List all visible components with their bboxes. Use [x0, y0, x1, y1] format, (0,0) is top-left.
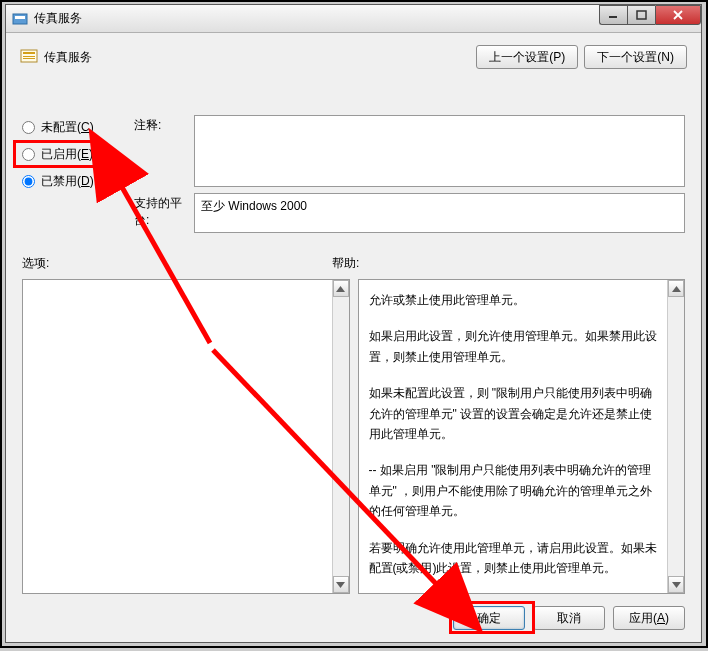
scroll-up-icon[interactable] [668, 280, 684, 297]
titlebar[interactable]: 传真服务 [6, 5, 701, 33]
scroll-down-icon[interactable] [668, 576, 684, 593]
comment-input[interactable] [194, 115, 685, 187]
help-p3: 如果未配置此设置，则 "限制用户只能使用列表中明确允许的管理单元" 设置的设置会… [369, 383, 661, 444]
help-text: 允许或禁止使用此管理单元。 如果启用此设置，则允许使用管理单元。如果禁用此设置，… [359, 280, 685, 594]
radio-enabled[interactable]: 已启用(E) [22, 146, 94, 163]
dialog-window: 传真服务 传真服务 上一个设置(P) 下一个设置(N) 未配置(C) [5, 4, 702, 643]
minimize-button[interactable] [599, 5, 627, 25]
options-label: 选项: [22, 255, 332, 272]
window-title: 传真服务 [34, 10, 82, 27]
help-p5: 若要明确允许使用此管理单元，请启用此设置。如果未配置(或禁用)此设置，则禁止使用… [369, 538, 661, 579]
svg-rect-5 [23, 52, 35, 54]
radio-disabled[interactable]: 已禁用(D) [22, 173, 94, 190]
options-panel [22, 279, 350, 594]
scroll-down-icon[interactable] [333, 576, 349, 593]
prev-setting-button[interactable]: 上一个设置(P) [476, 45, 578, 69]
state-radio-group: 未配置(C) 已启用(E) 已禁用(D) [22, 119, 94, 190]
svg-rect-2 [609, 16, 617, 18]
radio-unconfigured-input[interactable] [22, 121, 35, 134]
platform-value: 至少 Windows 2000 [194, 193, 685, 233]
svg-rect-3 [637, 11, 646, 19]
help-p1: 允许或禁止使用此管理单元。 [369, 290, 661, 310]
radio-disabled-input[interactable] [22, 175, 35, 188]
help-p4: -- 如果启用 "限制用户只能使用列表中明确允许的管理单元" ，则用户不能使用除… [369, 460, 661, 521]
scroll-up-icon[interactable] [333, 280, 349, 297]
next-setting-button[interactable]: 下一个设置(N) [584, 45, 687, 69]
radio-disabled-label: 已禁用(D) [41, 173, 94, 190]
platform-label: 支持的平台: [134, 193, 194, 233]
svg-rect-1 [15, 16, 25, 19]
app-icon [12, 11, 28, 27]
cancel-button[interactable]: 取消 [533, 606, 605, 630]
window-controls [599, 5, 701, 25]
radio-unconfigured-label: 未配置(C) [41, 119, 94, 136]
help-label: 帮助: [332, 255, 359, 272]
radio-unconfigured[interactable]: 未配置(C) [22, 119, 94, 136]
comment-label: 注释: [134, 115, 194, 187]
maximize-button[interactable] [627, 5, 655, 25]
page-title: 传真服务 [44, 49, 92, 66]
radio-enabled-input[interactable] [22, 148, 35, 161]
settings-icon [20, 48, 38, 66]
ok-button[interactable]: 确定 [453, 606, 525, 630]
apply-button[interactable]: 应用(A) [613, 606, 685, 630]
svg-rect-7 [23, 58, 35, 59]
options-scrollbar[interactable] [332, 280, 349, 593]
close-button[interactable] [655, 5, 701, 25]
help-panel: 允许或禁止使用此管理单元。 如果启用此设置，则允许使用管理单元。如果禁用此设置，… [358, 279, 686, 594]
svg-rect-6 [23, 56, 35, 57]
help-p2: 如果启用此设置，则允许使用管理单元。如果禁用此设置，则禁止使用管理单元。 [369, 326, 661, 367]
radio-enabled-label: 已启用(E) [41, 146, 93, 163]
help-scrollbar[interactable] [667, 280, 684, 593]
